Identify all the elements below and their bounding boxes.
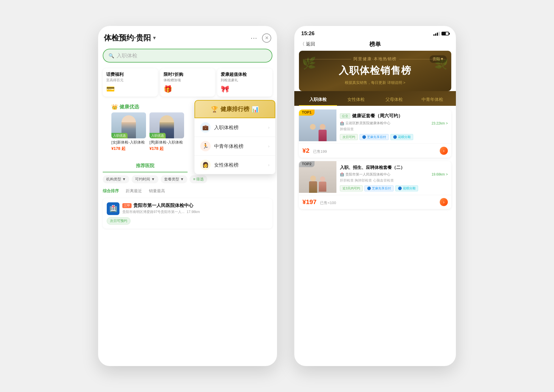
sort-sales[interactable]: 销量最高 (149, 189, 165, 194)
health-section-wrapper: 👑 健康优选 全部 › 入职优选 [女]新体检-入职体检 ¥178 起 (103, 100, 272, 155)
svc-tag-1: 🔵 芝麻先享后付 (360, 134, 389, 140)
go-button-1[interactable]: › (440, 147, 448, 155)
ranking-icon-1: 🏃 (200, 141, 211, 151)
banner-card-1[interactable]: 限时7折购 体检赠加项 🎁 (160, 68, 215, 97)
svc-tag-22: 🔵 花呗分期 (395, 185, 418, 191)
status-bar: 15:26 (294, 26, 456, 39)
filter-time[interactable]: 可约时间 ▼ (132, 175, 158, 183)
product-card-1[interactable]: 入职优选 [男]新体检-入职体检 ¥178 起 (149, 112, 184, 151)
laurel-left-icon: 🌿 (302, 56, 316, 70)
hospital-icon-2: 🏥 (340, 172, 344, 176)
product-price-1: ¥178 起 (149, 146, 184, 151)
hospital-address: 贵阳市南明区博爱路97号贵阳市第一人... 17.98km (122, 210, 268, 214)
banner-row: 话费福利 至高得百元 💳 限时7折购 体检赠加项 🎁 爱康超值体检 到检送豪礼 … (98, 65, 277, 100)
dropdown-item-2[interactable]: 👩 女性体检榜 › (194, 156, 275, 174)
hospital-info: 三甲 贵阳市第一人民医院体检中心 贵阳市南明区博爱路97号贵阳市第一人... 1… (122, 203, 268, 214)
tab-hospitals[interactable]: 推荐医院 (103, 160, 188, 172)
arrow-icon-0: › (268, 125, 269, 130)
tab-youth-checkup[interactable]: 中青年体检 (413, 95, 451, 106)
product-name-0: [女]新体检-入职体检 (111, 140, 146, 145)
product-card-0[interactable]: 入职优选 [女]新体检-入职体检 ¥178 起 (111, 112, 146, 151)
ranking-icon-2: 👩 (200, 160, 211, 170)
product-info-2: 入职、招生、应聘体检套餐（二） 🏥 贵阳市第一人民医院体检中心 19.68km … (336, 161, 451, 195)
product-badge-1: 入职优选 (149, 133, 166, 138)
product-card-top2[interactable]: TOP2 (299, 161, 451, 209)
sort-distance[interactable]: 距离最近 (126, 189, 142, 194)
hospital-name-2: 贵阳市第一人民医院体检中心 (345, 172, 431, 177)
search-bar[interactable]: 🔍 入职体检 (103, 49, 272, 63)
product-badge-0: 入职优选 (111, 133, 128, 138)
arrow-icon-2: › (268, 163, 269, 167)
appointment-tag: 次日可预约 (107, 217, 130, 225)
crown-icon: 👑 (111, 104, 118, 110)
page-title: 榜单 (369, 40, 381, 48)
svc-tag-21: 🔵 芝麻先享后付 (364, 185, 394, 191)
back-button[interactable]: 〈 返回 (300, 41, 315, 47)
banner-subtitle: 阿里健康·本地热销榜 (305, 56, 446, 62)
go-button-2[interactable]: › (440, 198, 448, 206)
product-info-1: 公立 健康证套餐（周六可约） 🏥 云岩区黔灵医院健康体检中心 23.22km >… (336, 110, 451, 144)
header-icons: ··· ✕ (251, 33, 271, 43)
distance-2: 19.68km > (432, 172, 448, 176)
rank-area-1: TOP1 (299, 110, 336, 144)
product-image-0: 入职优选 (111, 112, 146, 138)
top1-badge: TOP1 (299, 110, 315, 115)
prod-title-1: 健康证套餐（周六可约） (352, 113, 403, 119)
hospital-icon: 🏥 (340, 121, 344, 125)
close-button[interactable]: ✕ (262, 33, 271, 43)
dropdown-item-1[interactable]: 🏃 中青年体检榜 › (194, 137, 275, 156)
hospital-card[interactable]: 🏥 三甲 贵阳市第一人民医院体检中心 贵阳市南明区博爱路97号贵阳市第一人...… (103, 198, 272, 229)
rank-area-2: TOP2 (299, 161, 336, 195)
sold-count-2: 已售<100 (320, 201, 336, 205)
search-icon: 🔍 (108, 53, 114, 59)
price-row-1: ¥2 已售199 › (299, 144, 451, 158)
price-row-2: ¥197 已售<100 › (299, 195, 451, 209)
tab-entry-checkup[interactable]: 入职体检 (299, 95, 337, 106)
status-time: 15:26 (301, 31, 315, 37)
page-title: 体检预约·贵阳 ▼ (104, 33, 157, 43)
sort-comprehensive[interactable]: 综合排序 (103, 189, 119, 194)
public-tag: 公立 (340, 113, 350, 119)
top2-badge: TOP2 (299, 161, 315, 166)
filter-type[interactable]: 机构类型 ▼ (103, 175, 129, 183)
tab-parent-checkup[interactable]: 父母体检 (375, 95, 413, 106)
signal-icon (433, 32, 440, 36)
svc-tag-2: 🔵 花呗分期 (390, 134, 413, 140)
more-icon[interactable]: ··· (251, 35, 257, 41)
product-image-1: 入职优选 (149, 112, 184, 138)
right-phone: 15:26 〈 返回 榜单 🌿 🌿 贵阳▼ 阿里健康·本地热销榜 入职体检销售榜 (294, 26, 456, 366)
filter-row: 机构类型 ▼ 可约时间 ▼ 套餐类型 ▼ ≡ 筛选 (98, 172, 277, 186)
dropdown-item-0[interactable]: 💼 入职体检榜 › (194, 118, 275, 137)
banner-desc: 根据真实销售，每日更新 详细说明 > (305, 80, 446, 85)
check-tags-1: 肿瘤筛查 (340, 127, 448, 132)
product-price-2: ¥197 (302, 198, 317, 206)
status-icons (433, 32, 449, 36)
banner-card-2[interactable]: 爱康超值体检 到检送豪礼 🎀 (217, 68, 272, 97)
hospital-header-row: 🏥 三甲 贵阳市第一人民医院体检中心 贵阳市南明区博爱路97号贵阳市第一人...… (107, 202, 268, 215)
product-card-top1[interactable]: TOP1 (299, 110, 451, 158)
product-price-1: ¥2 (302, 147, 309, 154)
banner-card-0[interactable]: 话费福利 至高得百元 💳 (103, 68, 158, 97)
product-price-0: ¥178 起 (111, 146, 146, 151)
left-header: 体检预约·贵阳 ▼ ··· ✕ (98, 26, 277, 46)
sort-row: 综合排序 距离最近 销量最高 (98, 186, 277, 196)
ranking-icon-0: 💼 (200, 122, 211, 133)
filter-more[interactable]: ≡ 筛选 (190, 175, 207, 183)
health-ranking-dropdown: 🏆 健康排行榜 📊 💼 入职体检榜 › 🏃 中青年体检榜 › (194, 100, 275, 174)
hospital-level-badge: 三甲 (122, 203, 132, 208)
filter-icon: ≡ (193, 177, 195, 181)
service-tags-1: 次日可约 🔵 芝麻先享后付 🔵 花呗分期 (340, 134, 448, 140)
check-tags-2: 肝胆检查 胸肺部检查 心脑血管检查 (340, 178, 448, 183)
tab-female-checkup[interactable]: 女性体检 (337, 95, 375, 106)
hospital-name-1: 云岩区黔灵医院健康体检中心 (345, 121, 431, 126)
product-list: TOP1 (294, 106, 456, 212)
search-input[interactable]: 入职体检 (117, 52, 137, 59)
right-banner: 🌿 🌿 贵阳▼ 阿里健康·本地热销榜 入职体检销售榜 根据真实销售，每日更新 详… (299, 51, 451, 91)
sold-count-1: 已售199 (313, 149, 327, 154)
right-nav: 〈 返回 榜单 (294, 39, 456, 51)
arrow-icon-1: › (268, 144, 269, 148)
banner-main-title: 入职体检销售榜 (305, 64, 446, 77)
prod-title-2: 入职、招生、应聘体检套餐（二） (340, 165, 405, 170)
filter-package[interactable]: 套餐类型 ▼ (161, 175, 187, 183)
right-tabs: 入职体检 女性体检 父母体检 中青年体检 (294, 91, 456, 106)
